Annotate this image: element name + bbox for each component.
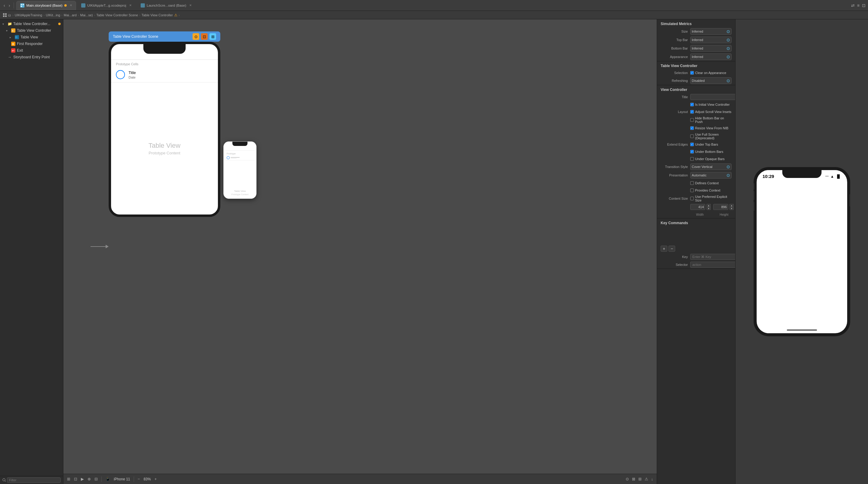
tab-launch-screen-label: LaunchScre...oard (Base) <box>147 4 186 7</box>
tab-main-storyboard[interactable]: Main.storyboard (Base) ✕ <box>16 1 76 10</box>
device-button[interactable]: 📱 <box>105 477 110 481</box>
topbar-select[interactable]: Inferred ⊙ <box>690 36 732 43</box>
topbar-select-arrow: ⊙ <box>726 37 730 42</box>
presentation-select[interactable]: Automatic ⊙ <box>690 172 732 178</box>
layout-checkbox-2[interactable] <box>690 118 694 122</box>
sidebar-item-exit-label: Exit <box>17 48 23 53</box>
split-button[interactable]: ⊡ <box>862 3 866 8</box>
add-object-button[interactable]: ⊞ <box>67 477 70 481</box>
nav-forward-button[interactable]: › <box>7 2 11 8</box>
tvc-refreshing-row: Refreshing Disabled ⊙ <box>657 77 735 85</box>
plus-minus-buttons: + − <box>657 245 735 253</box>
height-input[interactable] <box>713 204 728 210</box>
document-button[interactable]: ⊡ <box>74 477 77 481</box>
transition-select[interactable]: Cover Vertical ⊙ <box>690 164 732 170</box>
layout-checkbox-4[interactable] <box>690 135 694 138</box>
breadcrumb-item-6[interactable]: Table View Controller <box>142 13 173 17</box>
sidebar-item-entry-point[interactable]: ▸ → Storyboard Entry Point <box>0 54 63 60</box>
add-button-toolbar[interactable]: ↓ <box>651 477 653 481</box>
height-decrement-button[interactable]: ▼ <box>730 207 734 210</box>
appearance-select[interactable]: Inferred ⊙ <box>690 54 732 60</box>
breadcrumb-item-5[interactable]: Table View Controller Scene <box>96 13 138 17</box>
play-button[interactable]: ▶ <box>81 477 84 481</box>
key-command-input[interactable] <box>690 254 735 260</box>
zoom-out-button[interactable]: − <box>137 477 140 481</box>
tab-launch-close-button[interactable]: ✕ <box>189 4 192 7</box>
scene-icon-1[interactable]: ⊙ <box>192 33 199 40</box>
inspector-panel: Simulated Metrics Size Inferred ⊙ Top Ba… <box>657 19 735 484</box>
breadcrumb-item-3[interactable]: Mai...ard <box>64 13 77 17</box>
breadcrumb-item-2[interactable]: UIKit...ing <box>46 13 60 17</box>
width-decrement-button[interactable]: ▼ <box>707 207 711 210</box>
grid-icon <box>3 13 7 17</box>
content-size-checkbox[interactable] <box>690 197 694 200</box>
scene-title: Table View Controller Scene <box>113 34 158 39</box>
sidebar-item-entry-point-label: Storyboard Entry Point <box>13 55 50 59</box>
canvas-content[interactable]: Table View Controller Scene ⊙ ⊡ ⊞ Protot… <box>63 19 657 474</box>
sidebar-item-tvc-folder[interactable]: ▾ 📁 Table View Controller... <box>0 21 63 27</box>
tab-close-button[interactable]: ✕ <box>70 4 72 7</box>
bottombar-control: Inferred ⊙ <box>690 45 732 52</box>
extend-control-3: Under Opaque Bars <box>690 157 732 161</box>
split-view-button[interactable]: ⊟ <box>94 477 98 481</box>
zoom-in-button[interactable]: + <box>155 477 157 481</box>
tab-xcode-proj[interactable]: UIKitAppleT...g.xcodeproj ✕ <box>77 1 135 10</box>
layout-checkbox-1[interactable]: ✓ <box>690 110 694 114</box>
nav-back-button[interactable]: ‹ <box>2 2 6 8</box>
list-button[interactable]: ≡ <box>857 3 860 8</box>
proj-icon <box>81 3 85 7</box>
remove-key-command-button[interactable]: − <box>669 246 675 252</box>
content-size-label: Content Size <box>661 197 688 200</box>
refreshing-select[interactable]: Disabled ⊙ <box>690 77 732 84</box>
clone-button[interactable]: ⊕ <box>88 477 91 481</box>
selection-checkbox[interactable]: ✓ <box>690 71 694 75</box>
iphone-home-indicator <box>787 329 817 331</box>
mini-footer-sub: Prototype Content <box>224 193 256 196</box>
sidebar-filter-input[interactable] <box>7 477 61 483</box>
sidebar-item-exit[interactable]: ▸ ↩ Exit <box>0 47 63 54</box>
width-input[interactable] <box>690 204 705 210</box>
extend-checkbox-1[interactable]: ✓ <box>690 143 694 146</box>
tvc-section-title: Table View Controller <box>657 61 735 69</box>
scene-header[interactable]: Table View Controller Scene ⊙ ⊡ ⊞ <box>108 31 220 42</box>
tab-launch-screen[interactable]: LaunchScre...oard (Base) ✕ <box>137 1 195 10</box>
defines-context-checkbox[interactable] <box>690 181 694 185</box>
tab-proj-close-button[interactable]: ✕ <box>129 4 132 7</box>
constraint-button[interactable]: ⊙ <box>626 477 629 481</box>
vc-title-input[interactable] <box>690 94 735 100</box>
layout-checkbox-3[interactable]: ✓ <box>690 126 694 130</box>
add-key-command-button[interactable]: + <box>661 246 667 252</box>
tvc-selection-row: Selection ✓ Clear on Appearance <box>657 69 735 77</box>
breadcrumb-item-4[interactable]: Mai...se) <box>80 13 93 17</box>
selector-input[interactable] <box>690 262 735 268</box>
scene-icon-3[interactable]: ⊞ <box>210 33 216 40</box>
align-button[interactable]: ⊠ <box>632 477 635 481</box>
size-select[interactable]: Inferred ⊙ <box>690 28 732 35</box>
width-increment-button[interactable]: ▲ <box>707 204 711 207</box>
share-button[interactable]: ⇄ <box>851 3 855 8</box>
topbar-value: Inferred <box>692 38 703 42</box>
sidebar-item-tableview[interactable]: ▸ ⊟ Table View <box>0 34 63 40</box>
extend-checkbox-3[interactable] <box>690 157 694 161</box>
sidebar-tree: ▾ 📁 Table View Controller... ▾ ≡ Table V… <box>0 19 63 476</box>
is-initial-checkbox[interactable]: ✓ <box>690 103 694 106</box>
sidebar-item-tvc[interactable]: ▾ ≡ Table View Controller <box>0 27 63 34</box>
breadcrumb-root[interactable]: 🗂 <box>8 13 11 17</box>
height-increment-button[interactable]: ▲ <box>730 204 734 207</box>
battery-icon: ▐▌ <box>836 174 841 178</box>
extend-checkbox-2[interactable]: ✓ <box>690 150 694 153</box>
breadcrumb-item-1[interactable]: UIKitAppleTraining <box>15 13 42 17</box>
scene-icon-2[interactable]: ⊡ <box>201 33 208 40</box>
bottombar-select[interactable]: Inferred ⊙ <box>690 45 732 52</box>
simulated-metrics-section: Simulated Metrics Size Inferred ⊙ Top Ba… <box>657 19 735 61</box>
svg-rect-7 <box>5 13 7 15</box>
embed-button[interactable]: ⊞ <box>638 477 642 481</box>
provides-context-checkbox[interactable] <box>690 189 694 192</box>
transition-select-arrow: ⊙ <box>726 164 730 169</box>
issues-button[interactable]: ⚠ <box>645 477 648 481</box>
sidebar-item-first-responder[interactable]: ▸ ⊕ First Responder <box>0 40 63 47</box>
sidebar-item-tvc-label: Table View Controller <box>17 28 51 33</box>
prototype-cells-label: Prototype Cells <box>111 60 218 67</box>
mini-footer-label: Table View <box>224 190 256 193</box>
arrow-head <box>105 245 108 248</box>
